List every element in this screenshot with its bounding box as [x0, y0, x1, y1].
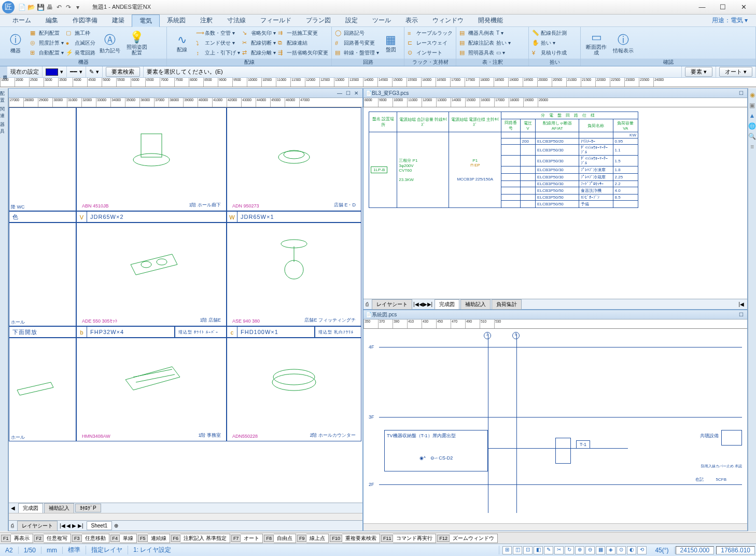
panel-canvas[interactable]: 盤名 設置場所電源始端 合計容量 幹線ｻｲｽﾞ電源始端 電源仕様 主幹ｻｲｽﾞ … — [363, 107, 747, 299]
panel-diagram[interactable]: ▦盤図 — [381, 29, 401, 58]
device-legend[interactable]: ▤機器凡例表 — [459, 29, 494, 38]
fk-zoom[interactable]: ズームウィンドウ — [450, 534, 498, 543]
section-create[interactable]: ▭断面図作成 — [584, 29, 609, 58]
auto-place[interactable]: ⊞自動配置 ▾ — [30, 48, 64, 58]
close-button[interactable]: ✕ — [733, 2, 754, 13]
circuit-sym[interactable]: ◯回路記号 — [335, 29, 379, 38]
fk-auto[interactable]: オート — [241, 534, 263, 543]
trunk-panel[interactable]: ▤幹線・盤管理 ▾ — [335, 48, 379, 58]
layer-icon[interactable]: ≡ — [750, 143, 754, 150]
menu-system[interactable]: 系統図 — [160, 15, 193, 26]
fk-copy[interactable]: 任意複写 — [44, 534, 71, 543]
side-tab-circuit[interactable]: 回路 — [0, 66, 7, 77]
tab2-complete[interactable]: 完成図 — [435, 299, 459, 310]
status-scale[interactable]: 1/50 — [19, 547, 41, 554]
menu-arch[interactable]: 建築 — [105, 15, 132, 26]
tool-icon-5[interactable]: ✎ — [544, 546, 553, 554]
pane3-max-icon[interactable]: ☐ — [737, 312, 745, 317]
tool-icon-7[interactable]: ↻ — [565, 546, 574, 554]
circuit-num[interactable]: #回路番号変更 — [335, 38, 379, 48]
wire-link[interactable]: ⧉配線連結 — [278, 38, 328, 48]
tab2-load[interactable]: 負荷集計 — [492, 299, 522, 310]
tool-icon-2[interactable]: ◫ — [513, 546, 522, 554]
menu-annot[interactable]: 注釈 — [193, 15, 220, 26]
globe-icon[interactable]: 🌐 — [748, 122, 756, 130]
tool-icon-10[interactable]: ▦ — [596, 546, 605, 554]
tool-icon-13[interactable]: ◐ — [627, 546, 636, 554]
wire-length[interactable]: 📏配線長計測 — [532, 29, 567, 38]
pane-close-icon[interactable]: ✕ — [352, 90, 360, 96]
qat-redo-icon[interactable]: ↷ — [64, 3, 73, 11]
minimize-button[interactable]: — — [692, 2, 712, 13]
tab-catalog[interactable]: ｶﾀﾛｸﾞP — [75, 504, 101, 512]
element-dropdown[interactable]: 要素 ▾ — [685, 67, 712, 77]
abbrev-arrow[interactable]: ↘省略矢印 ▾ — [242, 29, 276, 38]
tool-icon-4[interactable]: ◧ — [534, 546, 543, 554]
cable-rack[interactable]: ≡ケーブルラック — [408, 29, 453, 38]
batch-const[interactable]: ⇉一括施工変更 — [278, 29, 328, 38]
menu-home[interactable]: ホーム — [5, 15, 38, 26]
compass-icon[interactable]: ◉ — [750, 91, 755, 99]
pane2-max-icon[interactable]: ☐ — [737, 90, 745, 96]
tool-icon-11[interactable]: ◈ — [606, 546, 615, 554]
menu-edit[interactable]: 編集 — [38, 15, 65, 26]
fk-rerun[interactable]: コマンド再実行 — [393, 534, 436, 543]
status-sheet[interactable]: A2 — [0, 547, 19, 554]
menu-plan[interactable]: プラン図 — [299, 15, 338, 26]
menu-settings[interactable]: 設定 — [338, 15, 365, 26]
wire-count[interactable]: ⟿条数・空管 ▾ — [196, 29, 240, 38]
wire-sep[interactable]: ⇄配線分離 ▾ — [242, 48, 276, 58]
qat-dropdown-icon[interactable]: ▾ — [74, 3, 82, 11]
hscroll[interactable] — [9, 513, 362, 520]
light-shape[interactable]: 💡照明姿図配置 — [124, 29, 149, 58]
menu-view[interactable]: 表示 — [398, 15, 425, 26]
status-angle[interactable]: 45(°) — [650, 547, 674, 554]
wire-note[interactable]: ▤配線注記表 — [459, 38, 494, 48]
qat-new-icon[interactable]: 📄 — [18, 3, 26, 11]
info-display[interactable]: ⓘ情報表示 — [611, 29, 636, 58]
gen-circuit[interactable]: ⚡発電回路 — [66, 48, 95, 58]
pickup2[interactable]: ✋拾い ▾ — [532, 38, 567, 48]
illum-calc[interactable]: ◎照度計算 ▾ — [30, 38, 64, 48]
power-symbol[interactable]: Ⓐ動力記号 — [97, 29, 122, 58]
menu-window[interactable]: ウィンドウ — [425, 15, 471, 26]
swatch-dropdown-icon[interactable]: ▾ — [60, 68, 63, 75]
tool-icon-14[interactable]: ⟲ — [637, 546, 647, 554]
tool-icon-8[interactable]: ⊕ — [575, 546, 584, 554]
qat-save-icon[interactable]: 💾 — [36, 3, 45, 11]
menu-draw-prep[interactable]: 作図準備 — [65, 15, 105, 26]
jwcad-icon[interactable]: ▣ — [749, 102, 755, 109]
box-btn[interactable]: ▭ ▾ — [496, 48, 511, 58]
text-btn[interactable]: T ▾ — [496, 29, 511, 38]
sidebar-tab-3[interactable]: 器具 — [0, 121, 8, 135]
linetype-icon[interactable]: ━━ — [70, 68, 77, 75]
tool-icon-3[interactable]: ⊡ — [523, 546, 533, 554]
pen-icon[interactable]: ✎ — [89, 68, 94, 75]
status-layer[interactable]: 指定レイヤ — [86, 546, 128, 554]
fk-online[interactable]: 線上点 — [306, 534, 329, 543]
fk-free[interactable]: 自由点 — [274, 534, 296, 543]
wiring-button[interactable]: ∿配線 — [170, 29, 194, 58]
qat-print-icon[interactable]: 🖶 — [46, 3, 54, 11]
blink-div[interactable]: ●点滅区分 — [66, 38, 95, 48]
menu-field[interactable]: フィールド — [253, 15, 299, 26]
menu-electric[interactable]: 電気 — [132, 15, 160, 27]
system-canvas[interactable]: 4F 3F 2F 2 8 TV機器収納盤（T-1）屋内露出型 ◉ᴬ ⊖-◦ CS… — [363, 329, 747, 523]
nav-up-icon[interactable]: ▲ — [749, 112, 755, 119]
end-down[interactable]: ⤵エンド伏せ ▾ — [196, 38, 240, 48]
status-std[interactable]: 標準 — [63, 546, 86, 554]
array-place[interactable]: ▦配列配置 — [30, 29, 64, 38]
pickup-btn[interactable]: 拾い ▾ — [496, 38, 511, 48]
tab-aux[interactable]: 補助記入 — [44, 503, 74, 513]
light-table[interactable]: ▤照明器具表 — [459, 48, 494, 58]
batch-abbrev[interactable]: ⇶一括省略矢印変更 — [278, 48, 328, 58]
qat-open-icon[interactable]: 📂 — [27, 3, 35, 11]
fk-dup[interactable]: 重複要素検索 — [342, 534, 380, 543]
zoom-icon[interactable]: 🔍 — [748, 133, 756, 140]
fk-annot[interactable]: 注釈記入 基準指定 — [180, 534, 230, 543]
menu-tool[interactable]: ツール — [365, 15, 398, 26]
sidebar-tab-2[interactable]: 関連 — [0, 106, 8, 119]
device-button[interactable]: ⓘ機器 — [3, 29, 28, 58]
wire-cut[interactable]: ✂配線切断 ▾ — [242, 38, 276, 48]
sidebar-tab-1[interactable]: 配置 — [0, 90, 8, 104]
